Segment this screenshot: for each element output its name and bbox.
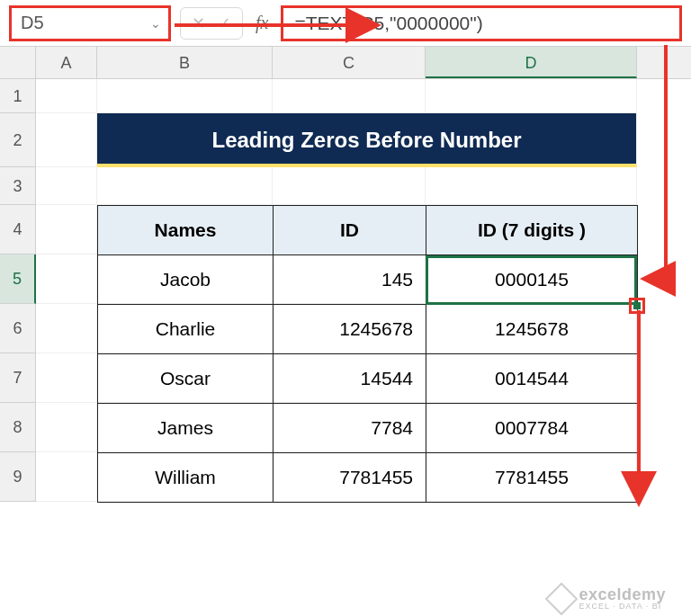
watermark: exceldemy EXCEL · DATA · BI	[550, 586, 666, 611]
row-header-8[interactable]: 8	[0, 403, 36, 452]
row-header-6[interactable]: 6	[0, 304, 36, 353]
column-headers: A B C D	[0, 47, 691, 79]
col-header-d[interactable]: D	[426, 47, 637, 78]
row-header-9[interactable]: 9	[0, 452, 36, 502]
col-header-c[interactable]: C	[273, 47, 426, 78]
table-row: Jacob 145 0000145	[98, 255, 638, 305]
table-row: Oscar 14544 0014544	[98, 354, 638, 404]
col-header-b[interactable]: B	[97, 47, 273, 78]
watermark-text: exceldemy	[579, 586, 666, 603]
table-row: James 7784 0007784	[98, 404, 638, 453]
row-header-5[interactable]: 5	[0, 254, 36, 304]
title-cell: Leading Zeros Before Number	[97, 113, 637, 167]
watermark-icon	[545, 582, 579, 615]
formula-bar-buttons: ✕ ✓	[180, 7, 243, 40]
table-row: Charlie 1245678 1245678	[98, 305, 638, 354]
formula-text: =TEXT(C5,"0000000")	[294, 13, 482, 34]
cells-area[interactable]: Leading Zeros Before Number Names ID ID …	[36, 79, 691, 502]
cancel-icon[interactable]: ✕	[192, 13, 205, 33]
row-header-1[interactable]: 1	[0, 79, 36, 113]
formula-bar: D5 ⌄ ✕ ✓ fx =TEXT(C5,"0000000")	[0, 0, 691, 47]
watermark-subtext: EXCEL · DATA · BI	[579, 603, 666, 611]
header-names: Names	[98, 206, 274, 255]
table-row: William 7781455 7781455	[98, 453, 638, 503]
row-header-3[interactable]: 3	[0, 167, 36, 205]
name-box-value: D5	[21, 13, 44, 33]
table-header-row: Names ID ID (7 digits )	[98, 206, 638, 255]
enter-icon[interactable]: ✓	[218, 13, 231, 33]
row-header-7[interactable]: 7	[0, 353, 36, 403]
row-header-2[interactable]: 2	[0, 113, 36, 167]
row-headers: 1 2 3 4 5 6 7 8 9	[0, 79, 36, 502]
fill-handle[interactable]	[629, 298, 645, 314]
data-table: Names ID ID (7 digits ) Jacob 145 000014…	[97, 205, 638, 503]
row-header-4[interactable]: 4	[0, 205, 36, 254]
name-box[interactable]: D5 ⌄	[9, 5, 171, 41]
fx-icon[interactable]: fx	[252, 13, 272, 33]
formula-input[interactable]: =TEXT(C5,"0000000")	[281, 5, 682, 41]
select-all-cell[interactable]	[0, 47, 36, 78]
header-id: ID	[274, 206, 426, 255]
chevron-down-icon[interactable]: ⌄	[150, 16, 161, 31]
header-id7: ID (7 digits )	[426, 206, 638, 255]
col-header-a[interactable]: A	[36, 47, 97, 78]
